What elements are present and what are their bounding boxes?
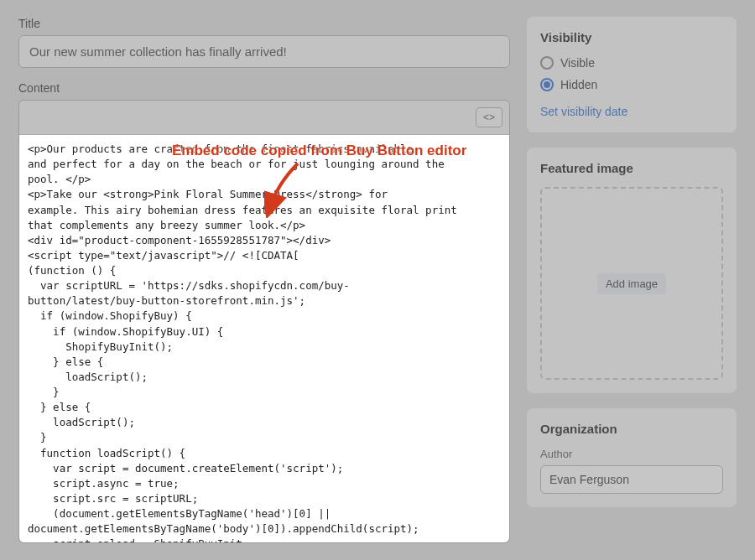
content-label: Content xyxy=(18,81,510,95)
featured-image-heading: Featured image xyxy=(540,161,723,175)
featured-image-card: Featured image Add image xyxy=(527,148,737,393)
visibility-option-label: Hidden xyxy=(560,78,597,91)
organization-heading: Organization xyxy=(540,422,723,436)
radio-icon xyxy=(540,78,554,91)
visibility-option-label: Visible xyxy=(560,56,595,70)
visibility-card: Visibility Visible Hidden Set visibility… xyxy=(527,17,737,132)
code-textarea[interactable]: <p>Our products are crafted from the fin… xyxy=(19,135,509,542)
title-input[interactable] xyxy=(18,35,510,68)
featured-image-dropzone[interactable]: Add image xyxy=(540,187,723,380)
author-input[interactable] xyxy=(540,465,723,494)
radio-icon xyxy=(540,56,554,70)
add-image-button[interactable]: Add image xyxy=(597,273,666,294)
visibility-option-visible[interactable]: Visible xyxy=(540,56,723,70)
title-label: Title xyxy=(18,17,510,30)
content-editor: <> <p>Our products are crafted from the … xyxy=(18,100,510,543)
visibility-option-hidden[interactable]: Hidden xyxy=(540,78,723,91)
page-layout: Title Content <> <p>Our products are cra… xyxy=(0,0,755,560)
visibility-heading: Visibility xyxy=(540,30,723,44)
side-column: Visibility Visible Hidden Set visibility… xyxy=(527,17,737,543)
organization-card: Organization Author xyxy=(527,408,737,507)
code-view-toggle[interactable]: <> xyxy=(476,107,502,127)
content-toolbar: <> xyxy=(19,101,509,135)
author-label: Author xyxy=(540,448,723,460)
set-visibility-date-link[interactable]: Set visibility date xyxy=(540,105,627,118)
main-column: Title Content <> <p>Our products are cra… xyxy=(18,17,510,543)
